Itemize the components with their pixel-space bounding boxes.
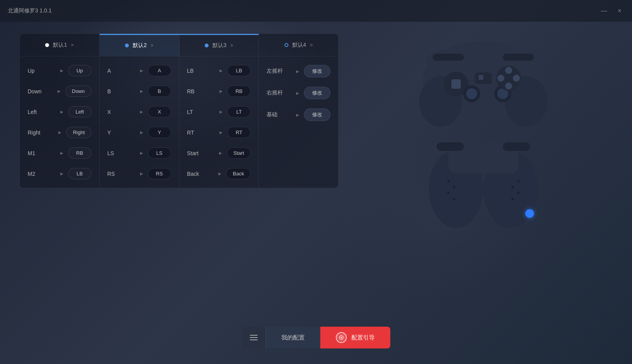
- map-val-left-stick[interactable]: 修改: [304, 65, 330, 77]
- map-label-a: A: [107, 68, 135, 74]
- arrow-b: ▶: [140, 89, 143, 93]
- map-row-b: B ▶ B: [100, 81, 179, 102]
- map-label-left-stick: 左摇杆: [267, 68, 291, 75]
- map-val-back[interactable]: Back: [226, 168, 251, 179]
- hamburger-icon: [250, 335, 258, 340]
- my-config-label: 我的配置: [281, 334, 305, 341]
- map-row-y: Y ▶ Y: [100, 122, 179, 143]
- tab1-label: 默认1: [53, 42, 67, 49]
- map-val-lb[interactable]: LB: [227, 65, 251, 76]
- tab-default3[interactable]: 默认3 >: [179, 34, 259, 56]
- map-label-ls: LS: [107, 150, 135, 156]
- map-val-rb[interactable]: RB: [227, 86, 251, 97]
- map-label-lb: LB: [187, 68, 215, 74]
- map-val-rt[interactable]: RT: [227, 127, 251, 138]
- map-val-lt[interactable]: LT: [227, 106, 251, 117]
- map-label-m1: M1: [28, 150, 56, 156]
- tab-default4[interactable]: 默认4 >: [259, 34, 338, 56]
- map-label-y: Y: [107, 130, 135, 136]
- tab4-arrow: >: [310, 42, 313, 48]
- svg-point-28: [447, 192, 449, 194]
- map-row-rt: RT ▶ RT: [179, 122, 259, 143]
- cursor: [525, 209, 534, 218]
- arrow-left-stick: ▶: [296, 69, 299, 74]
- map-val-right[interactable]: Right: [66, 127, 91, 138]
- tab3-arrow: >: [230, 43, 233, 48]
- svg-point-31: [511, 186, 514, 188]
- arrow-a: ▶: [140, 68, 143, 73]
- arrow-left: ▶: [60, 110, 63, 114]
- map-val-ls[interactable]: LS: [148, 147, 171, 159]
- map-row-down: Down ▶ Down: [20, 81, 99, 102]
- map-label-lt: LT: [187, 109, 215, 115]
- map-row-a: A ▶ A: [100, 60, 179, 81]
- map-val-a[interactable]: A: [148, 65, 171, 76]
- map-row-right: Right ▶ Right: [20, 122, 99, 143]
- map-label-right-stick: 右摇杆: [267, 89, 291, 96]
- map-row-up: Up ▶ Up: [20, 60, 99, 81]
- arrow-y: ▶: [140, 130, 143, 135]
- svg-point-32: [517, 192, 520, 194]
- map-val-b[interactable]: B: [148, 86, 171, 97]
- map-val-start[interactable]: Start: [227, 147, 251, 159]
- svg-point-37: [341, 337, 342, 338]
- arrow-x: ▶: [140, 110, 143, 114]
- window-controls: — ×: [599, 6, 624, 16]
- map-label-rt: RT: [187, 130, 215, 136]
- map-label-back: Back: [187, 171, 214, 177]
- map-label-start: Start: [187, 150, 214, 156]
- map-val-y[interactable]: Y: [148, 127, 171, 138]
- map-row-start: Start ▶ Start: [179, 143, 259, 163]
- svg-point-33: [511, 198, 514, 200]
- arrow-ls: ▶: [140, 151, 143, 155]
- map-label-up: Up: [28, 68, 56, 74]
- tabs-row: 默认1 > 默认2 > 默认3 > 默认4 >: [19, 33, 339, 56]
- arrow-m2: ▶: [60, 172, 63, 176]
- svg-point-16: [505, 67, 512, 74]
- map-val-x[interactable]: X: [148, 106, 171, 117]
- svg-rect-21: [433, 54, 464, 61]
- bottom-bar: 我的配置 配置引导: [0, 327, 632, 348]
- arrow-rt: ▶: [219, 130, 223, 135]
- menu-line-2: [250, 337, 258, 338]
- map-row-back: Back ▶ Back: [179, 163, 259, 184]
- map-val-right-stick[interactable]: 修改: [304, 87, 330, 99]
- map-val-up[interactable]: Up: [68, 65, 91, 76]
- menu-line-3: [250, 340, 258, 340]
- svg-point-27: [453, 186, 455, 188]
- map-row-rs: RS ▶ RS: [100, 163, 179, 184]
- tab2-label: 默认2: [133, 42, 147, 49]
- map-val-down[interactable]: Down: [65, 86, 91, 97]
- tab4-label: 默认4: [292, 42, 306, 49]
- menu-button[interactable]: [242, 327, 265, 348]
- arrow-back: ▶: [218, 172, 221, 176]
- svg-point-29: [453, 198, 455, 200]
- svg-rect-35: [503, 142, 530, 151]
- arrow-rb: ▶: [219, 89, 223, 93]
- map-val-rs[interactable]: RS: [148, 168, 171, 179]
- map-label-down: Down: [28, 88, 53, 94]
- my-config-button[interactable]: 我的配置: [265, 327, 320, 348]
- arrow-basic: ▶: [296, 113, 299, 117]
- map-row-lb: LB ▶ LB: [179, 60, 259, 81]
- app-title: 北通阿修罗3 1.0.1: [8, 7, 599, 14]
- svg-point-30: [517, 180, 520, 182]
- map-row-right-stick: 右摇杆 ▶ 修改: [259, 82, 338, 104]
- map-row-lt: LT ▶ LT: [179, 102, 259, 122]
- minimize-button[interactable]: —: [599, 6, 609, 16]
- close-button[interactable]: ×: [615, 6, 624, 16]
- config-guide-button[interactable]: 配置引导: [320, 327, 390, 348]
- panels-row: Up ▶ Up Down ▶ Down Left ▶ Left Right ▶: [19, 56, 339, 188]
- guide-icon: [336, 332, 347, 343]
- map-val-basic[interactable]: 修改: [304, 108, 330, 121]
- tab-default2[interactable]: 默认2 >: [100, 34, 179, 56]
- map-val-m2[interactable]: LB: [68, 168, 91, 179]
- svg-point-13: [505, 82, 512, 89]
- config-guide-label: 配置引导: [351, 334, 375, 341]
- tab1-arrow: >: [71, 42, 74, 48]
- tab4-dot: [284, 43, 288, 47]
- tab3-label: 默认3: [212, 42, 226, 49]
- map-val-left[interactable]: Left: [68, 106, 91, 117]
- map-val-m1[interactable]: RB: [68, 147, 91, 159]
- tab-default1[interactable]: 默认1 >: [20, 34, 100, 56]
